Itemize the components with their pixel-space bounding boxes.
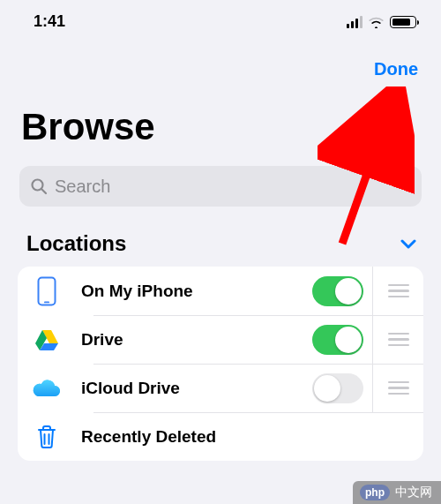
section-label: Locations: [26, 231, 126, 256]
drag-icon: [388, 333, 409, 347]
search-icon: [30, 177, 48, 195]
icloud-icon: [18, 379, 76, 398]
google-drive-icon: [18, 328, 76, 351]
list-item-label: Recently Deleted: [76, 427, 423, 447]
drag-icon: [388, 284, 409, 298]
svg-line-1: [41, 189, 46, 193]
search-placeholder: Search: [55, 177, 110, 197]
list-item-icloud-drive: iCloud Drive: [18, 364, 423, 412]
status-bar: 1:41: [0, 0, 441, 38]
toggle-icloud-drive[interactable]: [312, 373, 363, 403]
iphone-icon: [18, 276, 76, 306]
page-title: Browse: [0, 88, 441, 166]
list-item-label: Drive: [76, 330, 303, 350]
done-button[interactable]: Done: [374, 59, 418, 79]
drag-handle[interactable]: [372, 364, 423, 412]
status-time: 1:41: [34, 12, 65, 31]
nav-bar: Done: [0, 38, 441, 88]
locations-list: On My iPhone Drive: [18, 267, 423, 461]
list-item-drive: Drive: [18, 315, 423, 364]
status-indicators: [347, 16, 416, 28]
drag-icon: [388, 381, 409, 395]
cellular-signal-icon: [347, 16, 363, 28]
list-item-on-my-iphone: On My iPhone: [18, 267, 423, 315]
drag-handle[interactable]: [372, 267, 423, 315]
list-item-label: iCloud Drive: [76, 379, 303, 398]
toggle-on-my-iphone[interactable]: [312, 276, 363, 306]
drag-handle[interactable]: [372, 315, 423, 364]
wifi-icon: [368, 16, 385, 28]
svg-rect-3: [44, 301, 49, 303]
list-item-label: On My iPhone: [76, 282, 303, 301]
list-item-recently-deleted[interactable]: Recently Deleted: [18, 412, 423, 461]
locations-section-header[interactable]: Locations: [0, 231, 441, 267]
watermark-badge: php: [360, 485, 390, 500]
watermark-text: 中文网: [395, 485, 432, 500]
toggle-drive[interactable]: [312, 325, 363, 355]
search-input[interactable]: Search: [19, 166, 422, 207]
watermark: php 中文网: [353, 481, 441, 504]
chevron-down-icon: [400, 234, 416, 254]
battery-icon: [390, 16, 416, 28]
svg-rect-2: [39, 277, 56, 305]
trash-icon: [18, 425, 76, 449]
